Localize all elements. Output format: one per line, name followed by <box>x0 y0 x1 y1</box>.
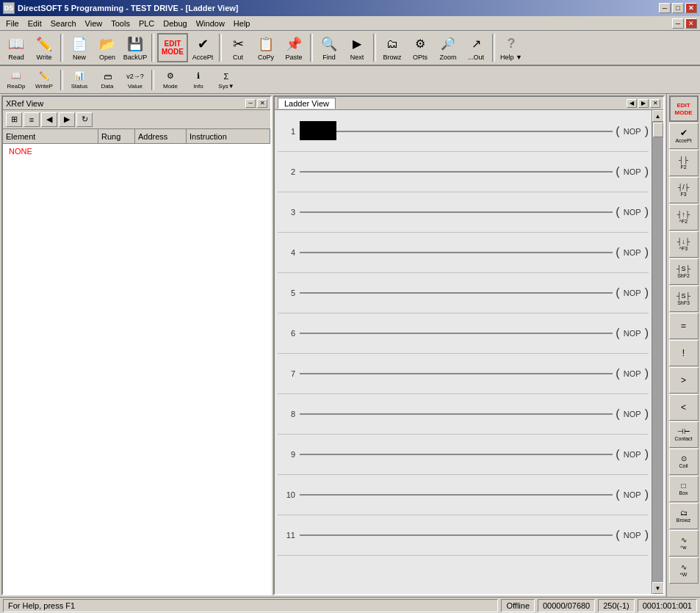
ladder-title-tab: Ladder View <box>278 98 336 109</box>
rung-row[interactable]: 1(NOP) <box>278 112 649 152</box>
rung-row[interactable]: 9(NOP) <box>278 435 649 475</box>
menu-file[interactable]: File <box>1 18 24 29</box>
accept-button[interactable]: ✔ AccePt <box>190 33 216 62</box>
rung-horizontal-line <box>300 454 613 455</box>
read-button[interactable]: 📖 Read <box>3 33 29 62</box>
rung-row[interactable]: 2(NOP) <box>278 152 649 192</box>
find-button[interactable]: 🔍 Find <box>316 33 342 62</box>
xref-close[interactable]: ✕ <box>257 99 267 108</box>
rung-line: (NOP) <box>300 157 649 186</box>
right-edit-mode-button[interactable]: EDIT MODE <box>669 95 699 122</box>
scroll-track[interactable] <box>652 122 664 582</box>
paste-button[interactable]: 📌 Paste <box>281 33 307 62</box>
ladder-next[interactable]: ▶ <box>638 99 649 108</box>
rung-row[interactable]: 8(NOP) <box>278 394 649 435</box>
mode-button[interactable]: ⚙ Mode <box>157 68 184 92</box>
opts-button[interactable]: ⚙ OPts <box>407 33 433 62</box>
rung-line: (NOP) <box>300 440 649 469</box>
inner-minimize-button[interactable]: ─ <box>672 18 684 29</box>
write-button[interactable]: ✏️ Write <box>31 33 57 62</box>
cut-button[interactable]: ✂ Cut <box>225 33 251 62</box>
right-box-button[interactable]: □ Box <box>669 476 699 502</box>
menu-edit[interactable]: Edit <box>24 18 46 29</box>
out-button[interactable]: ↗ ...Out <box>463 33 489 62</box>
find-icon: 🔍 <box>320 35 338 53</box>
backup-button[interactable]: 💾 BackUP <box>122 33 148 62</box>
rung-number: 6 <box>278 329 300 338</box>
right-ctrlf3-button[interactable]: ┤↓├ ^F3 <box>669 231 699 258</box>
right-ctrlw2-button[interactable]: ∿ ^W <box>669 557 699 584</box>
menu-plc[interactable]: PLC <box>134 18 159 29</box>
new-button[interactable]: 📄 New <box>66 33 93 62</box>
right-ctrlf2-button[interactable]: ┤↑├ ^F2 <box>669 204 699 231</box>
sysset-button[interactable]: Σ Sys▼ <box>213 68 239 92</box>
rung-open-paren: ( <box>616 407 619 421</box>
toolbar-sep-6 <box>492 34 495 62</box>
edit-mode-button[interactable]: EDIT MODE <box>157 33 188 62</box>
minimize-button[interactable]: ─ <box>659 3 671 13</box>
ladder-title-bar: Ladder View ◀ ▶ ✕ <box>275 97 663 110</box>
right-browz-button[interactable]: 🗂 Browz <box>669 503 699 529</box>
menu-tools[interactable]: Tools <box>107 18 134 29</box>
rung-line: (NOP) <box>300 238 649 267</box>
rung-row[interactable]: 4(NOP) <box>278 233 649 273</box>
ladder-scrollbar[interactable]: ▲ ▼ <box>652 110 663 594</box>
readp-button[interactable]: 📖 ReaDp <box>3 68 29 92</box>
right-excl-button[interactable]: ! <box>669 340 699 366</box>
close-button[interactable]: ✕ <box>685 3 697 13</box>
right-accept-button[interactable]: ✔ AccePt <box>669 123 699 149</box>
data-button[interactable]: 🗃 Data <box>94 68 120 92</box>
rung-coil-area: (NOP) <box>616 407 649 421</box>
menu-view[interactable]: View <box>81 18 107 29</box>
menu-help[interactable]: Help <box>229 18 255 29</box>
rung-row[interactable]: 5(NOP) <box>278 273 649 313</box>
scroll-thumb[interactable] <box>653 123 663 137</box>
right-gt-button[interactable]: > <box>669 367 699 393</box>
value-button[interactable]: v2→? Value <box>122 68 148 92</box>
right-shf2-button[interactable]: ┤S├ ShF2 <box>669 258 699 285</box>
cut-icon: ✂ <box>229 35 247 53</box>
rung-horizontal-line <box>300 494 613 496</box>
rung-row[interactable]: 7(NOP) <box>278 354 649 394</box>
menu-search[interactable]: Search <box>46 18 81 29</box>
browz-button[interactable]: 🗂 Browz <box>379 33 405 62</box>
scroll-up-arrow[interactable]: ▲ <box>652 110 664 122</box>
xref-minimize[interactable]: ─ <box>245 99 256 108</box>
right-f3-button[interactable]: ┤/├ F3 <box>669 177 699 203</box>
xref-refresh-btn[interactable]: ↻ <box>76 112 93 127</box>
rung-row[interactable]: 6(NOP) <box>278 313 649 354</box>
copy-button[interactable]: 📋 CoPy <box>253 33 279 62</box>
open-button[interactable]: 📂 Open <box>94 33 120 62</box>
paste-icon: 📌 <box>285 35 303 53</box>
right-contact-button[interactable]: ⊣⊢ Contact <box>669 421 699 448</box>
xref-prev-btn[interactable]: ◀ <box>41 112 57 127</box>
rung-row[interactable]: 10(NOP) <box>278 475 649 515</box>
xref-grid-btn[interactable]: ⊞ <box>6 112 22 127</box>
scroll-down-arrow[interactable]: ▼ <box>652 582 664 594</box>
ladder-prev[interactable]: ◀ <box>627 99 637 108</box>
inner-close-button[interactable]: ✕ <box>685 18 697 29</box>
right-equals-button[interactable]: = <box>669 313 699 339</box>
next-button[interactable]: ▶ Next <box>344 33 370 62</box>
help-button[interactable]: ? Help ▼ <box>498 33 524 62</box>
rung-number: 8 <box>278 410 300 418</box>
right-shf3-button[interactable]: ┤S├ ShF3 <box>669 286 699 312</box>
status-button[interactable]: 📊 Status <box>66 68 93 92</box>
rung-row[interactable]: 11(NOP) <box>278 515 649 556</box>
right-f2-button[interactable]: ┤├ F2 <box>669 150 699 176</box>
right-coil-button[interactable]: ⊙ Coil <box>669 449 699 475</box>
rung-number: 3 <box>278 208 300 217</box>
zoom-button[interactable]: 🔎 Zoom <box>435 33 461 62</box>
ladder-content[interactable]: 1(NOP)2(NOP)3(NOP)4(NOP)5(NOP)6(NOP)7(NO… <box>275 110 652 594</box>
menu-debug[interactable]: Debug <box>159 18 191 29</box>
restore-button[interactable]: □ <box>672 3 684 13</box>
xref-list-btn[interactable]: ≡ <box>24 112 40 127</box>
rung-row[interactable]: 3(NOP) <box>278 192 649 233</box>
right-lt-button[interactable]: < <box>669 394 699 421</box>
xref-next-btn[interactable]: ▶ <box>59 112 75 127</box>
right-ctrlw-button[interactable]: ∿ ^w <box>669 530 699 556</box>
menu-window[interactable]: Window <box>192 18 229 29</box>
info-button[interactable]: ℹ Info <box>185 68 212 92</box>
writep-button[interactable]: ✏️ WriteP <box>31 68 57 92</box>
ladder-close[interactable]: ✕ <box>650 99 660 108</box>
